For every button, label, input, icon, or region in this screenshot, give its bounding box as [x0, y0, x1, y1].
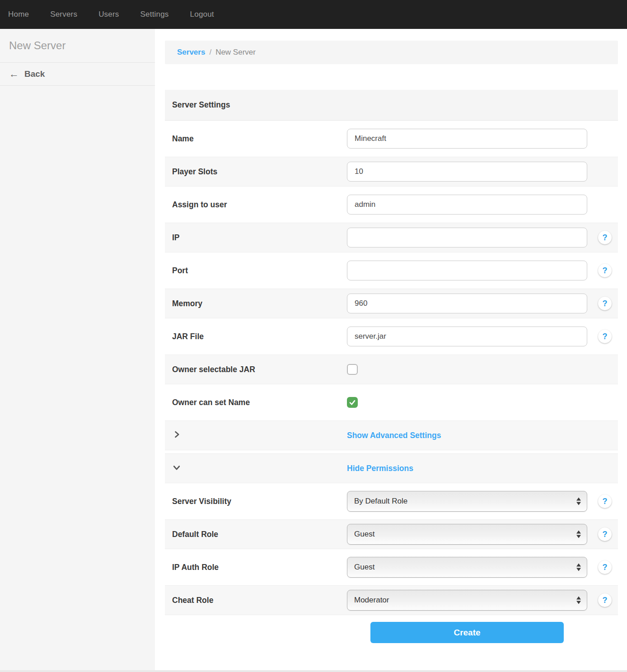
- ip-auth-role-label: IP Auth Role: [172, 563, 347, 572]
- default-role-selected-value: Guest: [354, 530, 374, 539]
- select-arrows-icon: [576, 531, 581, 538]
- select-arrows-icon: [576, 597, 581, 604]
- form-row-player-slots: Player Slots: [165, 157, 618, 187]
- form-row-port: Port ?: [165, 256, 618, 285]
- port-label: Port: [172, 266, 347, 275]
- form-row-assign-to-user: Assign to user: [165, 190, 618, 219]
- form-row-show-advanced: Show Advanced Settings: [165, 420, 618, 450]
- default-role-select[interactable]: Guest: [347, 524, 587, 545]
- breadcrumb: Servers / New Server: [165, 41, 618, 64]
- form-row-ip-auth-role: IP Auth Role Guest ?: [165, 552, 618, 582]
- nav-item-servers[interactable]: Servers: [50, 10, 77, 19]
- port-help-icon[interactable]: ?: [598, 264, 612, 277]
- form-row-default-role: Default Role Guest ?: [165, 519, 618, 549]
- default-role-help-icon[interactable]: ?: [598, 527, 612, 541]
- ip-auth-role-selected-value: Guest: [354, 563, 374, 572]
- create-button[interactable]: Create: [370, 622, 564, 643]
- player-slots-label: Player Slots: [172, 167, 347, 177]
- breadcrumb-separator: /: [209, 48, 211, 57]
- memory-help-icon[interactable]: ?: [598, 297, 612, 310]
- server-settings-panel: Server Settings Name Player Slots Assign…: [165, 90, 618, 643]
- jar-file-label: JAR File: [172, 332, 347, 341]
- sidebar: New Server ← Back: [0, 29, 155, 672]
- server-visibility-label: Server Visibility: [172, 497, 347, 506]
- form-row-name: Name: [165, 124, 618, 154]
- ip-auth-role-help-icon[interactable]: ?: [598, 560, 612, 574]
- breadcrumb-current-page: New Server: [215, 48, 256, 57]
- owner-can-set-name-checkbox[interactable]: [347, 397, 358, 408]
- jar-file-input[interactable]: [347, 327, 587, 346]
- form-row-ip: IP ?: [165, 223, 618, 252]
- server-visibility-select[interactable]: By Default Role: [347, 491, 587, 512]
- show-advanced-settings-link[interactable]: Show Advanced Settings: [347, 431, 441, 440]
- ip-auth-role-select[interactable]: Guest: [347, 557, 587, 578]
- owner-can-set-name-label: Owner can set Name: [172, 398, 347, 407]
- form-row-owner-can-set-name: Owner can set Name: [165, 387, 618, 417]
- nav-item-home[interactable]: Home: [8, 10, 29, 19]
- player-slots-input[interactable]: [347, 162, 587, 182]
- owner-selectable-jar-label: Owner selectable JAR: [172, 365, 347, 374]
- memory-label: Memory: [172, 299, 347, 308]
- cheat-role-label: Cheat Role: [172, 596, 347, 605]
- cheat-role-help-icon[interactable]: ?: [598, 593, 612, 607]
- form-row-cheat-role: Cheat Role Moderator ?: [165, 585, 618, 615]
- sidebar-page-title: New Server: [0, 29, 155, 63]
- assign-to-user-label: Assign to user: [172, 200, 347, 210]
- assign-to-user-input[interactable]: [347, 195, 587, 215]
- cheat-role-select[interactable]: Moderator: [347, 590, 587, 611]
- form-row-owner-selectable-jar: Owner selectable JAR: [165, 355, 618, 384]
- nav-item-logout[interactable]: Logout: [190, 10, 214, 19]
- back-arrow-icon: ←: [9, 69, 19, 79]
- content-area: Servers / New Server Server Settings Nam…: [155, 29, 627, 672]
- name-label: Name: [172, 134, 347, 144]
- section-title: Server Settings: [172, 100, 230, 110]
- server-visibility-help-icon[interactable]: ?: [598, 495, 612, 508]
- form-row-memory: Memory ?: [165, 289, 618, 318]
- ip-label: IP: [172, 233, 347, 243]
- ip-help-icon[interactable]: ?: [598, 231, 612, 244]
- form-row-jar-file: JAR File ?: [165, 322, 618, 351]
- form-row-server-visibility: Server Visibility By Default Role ?: [165, 486, 618, 516]
- section-header-row: Server Settings: [165, 90, 618, 121]
- name-input[interactable]: [347, 129, 587, 149]
- hide-permissions-link[interactable]: Hide Permissions: [347, 464, 413, 473]
- port-input[interactable]: [347, 261, 587, 280]
- main-layout: New Server ← Back Servers / New Server S…: [0, 29, 627, 672]
- check-icon: [349, 399, 356, 406]
- jar-file-help-icon[interactable]: ?: [598, 330, 612, 343]
- cheat-role-selected-value: Moderator: [354, 596, 389, 605]
- back-label: Back: [24, 69, 45, 79]
- server-visibility-selected-value: By Default Role: [354, 497, 407, 506]
- page-bottom-strip: [0, 670, 627, 672]
- form-row-hide-permissions: Hide Permissions: [165, 453, 618, 483]
- default-role-label: Default Role: [172, 530, 347, 539]
- sidebar-back-button[interactable]: ← Back: [0, 63, 155, 86]
- nav-item-users[interactable]: Users: [98, 10, 119, 19]
- create-button-row: Create: [165, 622, 618, 643]
- chevron-right-icon: [172, 430, 181, 439]
- owner-selectable-jar-checkbox[interactable]: [347, 364, 358, 375]
- nav-item-settings[interactable]: Settings: [140, 10, 169, 19]
- select-arrows-icon: [576, 498, 581, 505]
- ip-input[interactable]: [347, 228, 587, 247]
- breadcrumb-servers-link[interactable]: Servers: [177, 48, 205, 57]
- select-arrows-icon: [576, 564, 581, 571]
- memory-input[interactable]: [347, 294, 587, 313]
- top-navbar: Home Servers Users Settings Logout: [0, 0, 627, 29]
- chevron-down-icon: [172, 463, 181, 472]
